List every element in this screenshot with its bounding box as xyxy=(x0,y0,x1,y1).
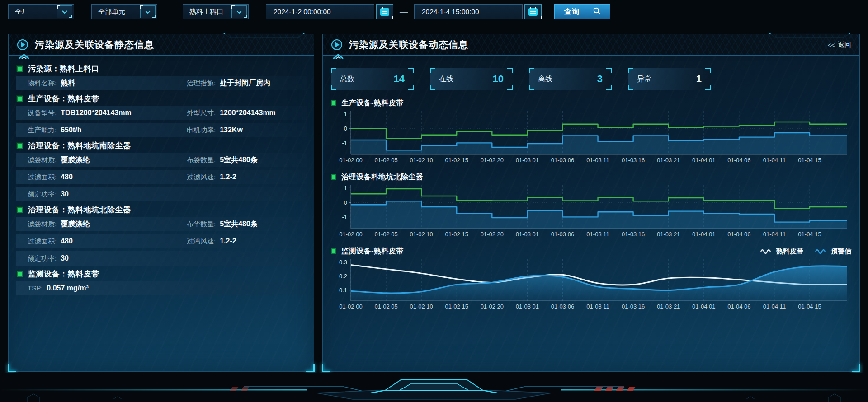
svg-text:01-03 06: 01-03 06 xyxy=(551,157,574,164)
chart-legend: 熟料皮带预警信 xyxy=(760,247,852,256)
search-icon xyxy=(593,7,601,17)
svg-text:01-03 11: 01-03 11 xyxy=(586,157,609,164)
info-cell: 额定功率:30 xyxy=(28,254,307,263)
section-header: 治理设备：熟料地坑北除尘器 xyxy=(17,204,307,215)
svg-text:01-03 01: 01-03 01 xyxy=(516,303,539,310)
info-label: 生产能力: xyxy=(28,126,57,135)
info-cell: 过滤风速:1.2-2 xyxy=(187,173,307,182)
svg-text:-1: -1 xyxy=(342,140,347,146)
svg-text:01-02 05: 01-02 05 xyxy=(374,303,397,310)
query-button[interactable]: 查询 xyxy=(554,4,610,19)
svg-text:01-02 15: 01-02 15 xyxy=(445,303,468,310)
info-label: 电机功率: xyxy=(187,126,216,135)
date-to-input[interactable]: 2024-1-4 15:00:00 xyxy=(414,4,523,19)
chart-canvas: 10-101-02 0001-02 0501-02 1001-02 1501-0… xyxy=(330,111,852,164)
info-cell: 额定功率:30 xyxy=(28,190,307,199)
chart-title-row: 治理设备料地坑北除尘器 xyxy=(330,172,852,182)
svg-text:01-03 16: 01-03 16 xyxy=(622,231,645,238)
chart-block: 生产设备-熟料皮带10-101-02 0001-02 0501-02 1001-… xyxy=(330,98,852,164)
info-value: 30 xyxy=(61,190,69,198)
static-info-header: 污染源及关联设备静态信息 xyxy=(9,34,314,56)
svg-text:01-03 06: 01-03 06 xyxy=(551,231,574,238)
chevron-down-icon[interactable] xyxy=(57,5,72,18)
svg-text:01-03 01: 01-03 01 xyxy=(516,157,539,164)
info-row: 过滤面积:480过鸿风速:1.2-2 xyxy=(16,234,307,248)
date-from-input[interactable]: 2024-1-2 00:00:00 xyxy=(266,4,374,19)
stat-value: 10 xyxy=(493,73,504,85)
chart-block: 治理设备料地坑北除尘器10-101-02 0001-02 0501-02 100… xyxy=(330,172,852,238)
static-info-panel: 污染源及关联设备静态信息 污染源：熟料上料口物料名称:熟料治理措施:处于封闭厂房… xyxy=(8,34,314,372)
green-square-icon xyxy=(17,207,23,213)
calendar-icon[interactable] xyxy=(376,4,393,19)
dynamic-info-panel: 污染源及关联设备动态信息 << 返回 总数14在线10离线3异常1 生产设备-熟… xyxy=(322,34,860,372)
unit-select-value: 全部单元 xyxy=(98,8,125,16)
svg-text:01-04 11: 01-04 11 xyxy=(763,231,786,238)
chart-title: 治理设备料地坑北除尘器 xyxy=(341,173,424,182)
info-cell: 布袋数量:5室共480条 xyxy=(187,155,307,165)
green-square-icon xyxy=(331,174,336,180)
section-header: 监测设备：熟料皮带 xyxy=(17,268,307,279)
green-square-icon xyxy=(17,96,23,102)
svg-text:01-02 00: 01-02 00 xyxy=(339,157,362,164)
svg-text:01-02 00: 01-02 00 xyxy=(339,231,362,238)
info-label: 额定功率: xyxy=(28,254,57,263)
section-title: 生产设备：熟料皮带 xyxy=(28,93,99,104)
info-label: 外型尺寸: xyxy=(187,109,216,117)
section-title: 治理设备：熟料地坑北除尘器 xyxy=(28,205,131,215)
svg-text:01-03 16: 01-03 16 xyxy=(622,157,645,164)
info-row: 额定功率:30 xyxy=(16,251,307,266)
info-label: 过滤面积: xyxy=(28,237,57,246)
wavy-line-icon xyxy=(815,248,827,254)
date-range-separator: — xyxy=(400,7,408,17)
info-value: 0.057 mg/m³ xyxy=(47,284,88,292)
info-value: 处于封闭厂房内 xyxy=(220,79,270,88)
info-value: 1.2-2 xyxy=(220,237,236,245)
source-select[interactable]: 熟料上料口 xyxy=(183,4,249,19)
svg-text:01-03 01: 01-03 01 xyxy=(516,231,539,238)
info-label: 额定功率: xyxy=(28,190,57,199)
info-value: 650t/h xyxy=(61,126,81,134)
chart-canvas: 0.30.20.101-02 0001-02 0501-02 1001-02 1… xyxy=(330,259,852,311)
info-cell: 滤袋材质:覆膜涤纶 xyxy=(28,155,187,165)
legend-item[interactable]: 预警信 xyxy=(815,247,851,256)
info-cell: TSP:0.057 mg/m³ xyxy=(28,284,307,292)
svg-text:01-02 05: 01-02 05 xyxy=(374,157,397,164)
back-button[interactable]: << 返回 xyxy=(827,41,851,49)
info-cell: 过鸿风速:1.2-2 xyxy=(187,237,307,246)
green-square-icon xyxy=(331,100,336,106)
info-cell: 物料名称:熟料 xyxy=(28,79,187,88)
svg-text:01-03 06: 01-03 06 xyxy=(551,303,574,310)
svg-text:01-04 15: 01-04 15 xyxy=(798,157,821,164)
info-value: 1200*204143mm xyxy=(220,109,276,117)
green-square-icon xyxy=(17,271,23,277)
unit-select[interactable]: 全部单元 xyxy=(91,4,157,19)
svg-text:01-03 11: 01-03 11 xyxy=(586,231,609,238)
calendar-icon[interactable] xyxy=(524,4,542,19)
stat-card: 总数14 xyxy=(331,68,414,90)
chart-title: 生产设备-熟料皮带 xyxy=(341,98,404,108)
svg-text:01-02 05: 01-02 05 xyxy=(374,231,397,238)
svg-text:01-04 06: 01-04 06 xyxy=(727,231,750,238)
chart-title: 监测设备-熟料皮带 xyxy=(341,247,404,256)
info-value: 覆膜涤纶 xyxy=(61,155,90,165)
svg-text:01-04 11: 01-04 11 xyxy=(763,157,786,164)
info-label: 过滤面积: xyxy=(28,173,57,182)
svg-text:01-03 21: 01-03 21 xyxy=(657,231,680,238)
info-cell: 过滤面积:480 xyxy=(28,237,187,246)
svg-text:01-04 15: 01-04 15 xyxy=(798,303,821,310)
green-square-icon xyxy=(17,66,23,72)
info-value: 覆膜涤纶 xyxy=(61,220,90,229)
chevron-down-icon[interactable] xyxy=(140,5,156,18)
svg-text:01-03 21: 01-03 21 xyxy=(657,303,680,310)
chevron-down-icon[interactable] xyxy=(231,5,247,18)
source-select-value: 熟料上料口 xyxy=(189,8,223,16)
legend-item[interactable]: 熟料皮带 xyxy=(760,247,803,256)
device-stats-row: 总数14在线10离线3异常1 xyxy=(331,68,851,90)
legend-label: 预警信 xyxy=(831,247,851,256)
plant-select[interactable]: 全厂 xyxy=(8,4,74,19)
info-cell: 过滤面积:480 xyxy=(28,173,187,182)
green-square-icon xyxy=(331,248,336,254)
svg-text:01-04 11: 01-04 11 xyxy=(763,303,786,310)
info-cell: 外型尺寸:1200*204143mm xyxy=(187,109,307,117)
info-row: 额定功率:30 xyxy=(16,187,307,201)
